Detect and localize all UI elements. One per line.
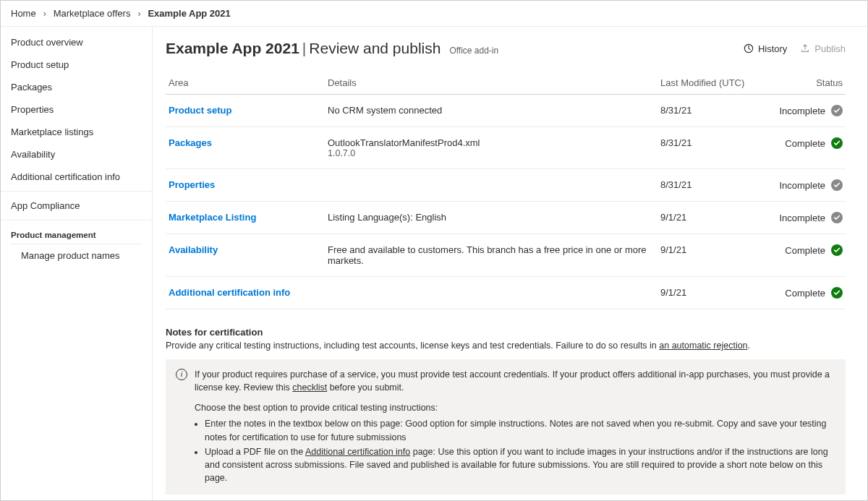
chevron-right-icon: › bbox=[137, 9, 140, 19]
notes-heading: Notes for certification bbox=[166, 327, 846, 338]
status-cell: Complete bbox=[759, 234, 846, 277]
table-row: Marketplace ListingListing Language(s): … bbox=[166, 202, 846, 234]
checklist-link[interactable]: checklist bbox=[292, 382, 327, 393]
details-cell: Free and available to customers. This br… bbox=[325, 234, 658, 277]
check-circle-icon bbox=[831, 137, 843, 149]
modified-cell: 8/31/21 bbox=[658, 95, 759, 127]
table-row: AvailabilityFree and available to custom… bbox=[166, 234, 846, 277]
modified-cell: 9/1/21 bbox=[658, 277, 759, 309]
modified-cell: 8/31/21 bbox=[658, 127, 759, 169]
col-status: Status bbox=[759, 72, 846, 95]
modified-cell: 9/1/21 bbox=[658, 234, 759, 277]
table-row: Properties8/31/21Incomplete bbox=[166, 169, 846, 202]
breadcrumb: Home › Marketplace offers › Example App … bbox=[1, 1, 867, 27]
page-header: Example App 2021|Review and publish Offi… bbox=[166, 40, 846, 57]
status-cell: Incomplete bbox=[759, 95, 846, 127]
sidebar-item-packages[interactable]: Packages bbox=[1, 76, 152, 98]
divider bbox=[1, 191, 152, 192]
history-button[interactable]: History bbox=[744, 43, 787, 54]
area-link[interactable]: Packages bbox=[169, 137, 212, 148]
sidebar-item-additional-cert[interactable]: Additional certification info bbox=[1, 166, 152, 188]
breadcrumb-current: Example App 2021 bbox=[148, 8, 230, 19]
area-link[interactable]: Properties bbox=[169, 179, 215, 190]
col-details: Details bbox=[325, 72, 658, 95]
sidebar-item-availability[interactable]: Availability bbox=[1, 143, 152, 166]
page-subtitle: Office add-in bbox=[449, 46, 498, 56]
status-table: Area Details Last Modified (UTC) Status … bbox=[166, 72, 846, 309]
area-link[interactable]: Availability bbox=[169, 244, 218, 255]
main-content: Example App 2021|Review and publish Offi… bbox=[153, 27, 867, 500]
divider bbox=[1, 220, 152, 220]
area-link[interactable]: Product setup bbox=[169, 105, 231, 116]
status-cell: Incomplete bbox=[759, 169, 846, 202]
check-circle-icon bbox=[831, 244, 843, 256]
sidebar-item-app-compliance[interactable]: App Compliance bbox=[1, 194, 152, 217]
sidebar-item-manage-product-names[interactable]: Manage product names bbox=[1, 244, 152, 267]
table-row: PackagesOutlookTranslatorManifestProd4.x… bbox=[166, 127, 846, 169]
details-cell bbox=[325, 169, 658, 202]
col-area: Area bbox=[166, 72, 325, 95]
automatic-rejection-link[interactable]: an automatic rejection bbox=[659, 341, 747, 351]
sidebar-item-product-setup[interactable]: Product setup bbox=[1, 53, 152, 76]
sidebar-item-product-overview[interactable]: Product overview bbox=[1, 31, 152, 53]
status-cell: Complete bbox=[759, 277, 846, 309]
breadcrumb-home[interactable]: Home bbox=[11, 8, 36, 19]
info-icon: i bbox=[176, 369, 187, 380]
info-bullet-2: Upload a PDF file on the Additional cert… bbox=[205, 445, 835, 484]
modified-cell: 8/31/21 bbox=[658, 169, 759, 202]
modified-cell: 9/1/21 bbox=[658, 202, 759, 234]
notes-description: Provide any critical testing instruction… bbox=[166, 341, 846, 351]
publish-icon bbox=[800, 43, 810, 53]
info-bullet-1: Enter the notes in the textbox below on … bbox=[205, 417, 835, 443]
info-box: i If your product requires purchase of a… bbox=[166, 359, 846, 494]
col-modified: Last Modified (UTC) bbox=[658, 72, 759, 95]
area-link[interactable]: Additional certification info bbox=[169, 287, 290, 298]
publish-action: Publish bbox=[800, 43, 846, 54]
additional-cert-link[interactable]: Additional certification info bbox=[305, 447, 410, 457]
area-link[interactable]: Marketplace Listing bbox=[169, 212, 256, 223]
sidebar: Product overview Product setup Packages … bbox=[1, 27, 153, 500]
table-row: Additional certification info9/1/21Compl… bbox=[166, 277, 846, 309]
status-cell: Incomplete bbox=[759, 202, 846, 234]
info-choose-text: Choose the best option to provide critic… bbox=[195, 401, 835, 414]
details-cell: Listing Language(s): English bbox=[325, 202, 658, 234]
chevron-right-icon: › bbox=[43, 9, 46, 19]
details-cell bbox=[325, 277, 658, 309]
history-icon bbox=[744, 43, 754, 53]
status-cell: Complete bbox=[759, 127, 846, 169]
details-cell: No CRM system connected bbox=[325, 95, 658, 127]
incomplete-circle-icon bbox=[831, 105, 843, 116]
details-cell: OutlookTranslatorManifestProd4.xml1.0.7.… bbox=[325, 127, 658, 169]
incomplete-circle-icon bbox=[831, 212, 843, 223]
incomplete-circle-icon bbox=[831, 179, 843, 191]
sidebar-item-marketplace-listings[interactable]: Marketplace listings bbox=[1, 121, 152, 143]
table-row: Product setupNo CRM system connected8/31… bbox=[166, 95, 846, 127]
breadcrumb-marketplace[interactable]: Marketplace offers bbox=[54, 8, 131, 19]
sidebar-section-label: Product management bbox=[1, 223, 152, 244]
check-circle-icon bbox=[831, 287, 843, 299]
sidebar-item-properties[interactable]: Properties bbox=[1, 98, 152, 121]
page-title: Example App 2021|Review and publish bbox=[166, 40, 441, 57]
